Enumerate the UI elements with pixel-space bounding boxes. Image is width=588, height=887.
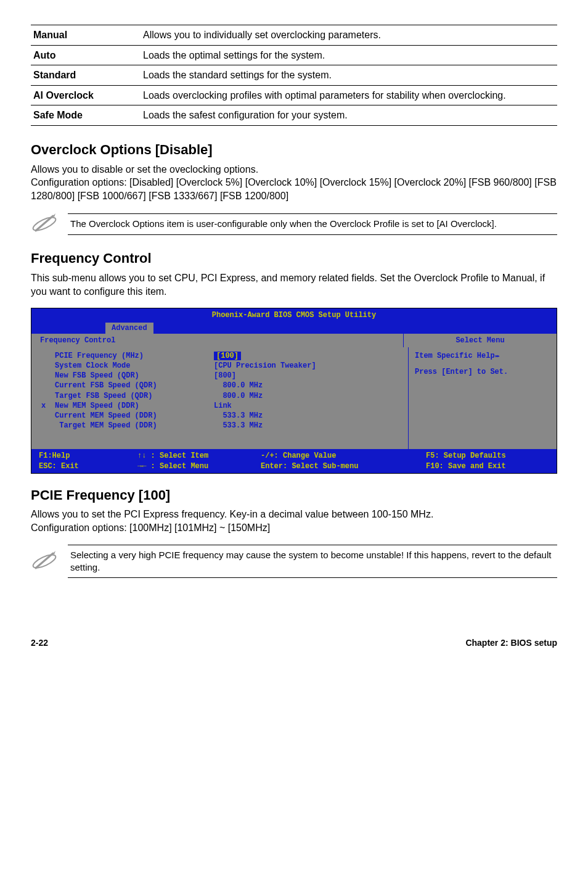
overclock-options-desc: Allows you to disable or set the ovecloc… — [31, 163, 557, 203]
overclock-options-line1: Allows you to disable or set the ovecloc… — [31, 164, 258, 175]
bios-row-value: 800.0 MHz — [211, 381, 358, 390]
pcie-frequency-line2: Configuration options: [100MHz] [101MHz]… — [31, 522, 270, 533]
option-desc: Loads overclocking profiles with optimal… — [141, 85, 557, 105]
bios-key-enter: Enter: Select Sub-menu — [261, 461, 426, 471]
pcie-frequency-line1: Allows you to set the PCI Express freque… — [31, 509, 433, 519]
bios-key-select-menu: →← : Select Menu — [137, 461, 261, 471]
bios-help-title: Item Specific Help — [415, 352, 495, 360]
bios-key-exit: ESC: Exit — [39, 461, 137, 471]
bios-row-value: [100] — [211, 351, 358, 361]
bios-row-mark — [39, 421, 52, 431]
bios-row-label: New MEM Speed (DDR) — [52, 401, 211, 411]
pcie-frequency-desc: Allows you to set the PCI Express freque… — [31, 508, 557, 534]
pcie-frequency-note-text: Selecting a very high PCIE frequency may… — [68, 545, 557, 579]
bios-row-label: Target FSB Speed (QDR) — [52, 391, 211, 401]
bios-row-label: Current MEM Speed (DDR) — [52, 411, 211, 421]
bios-key-defaults: F5: Setup Defaults — [426, 451, 549, 461]
option-key: Manual — [31, 25, 141, 46]
bios-row-mark — [39, 411, 52, 421]
bios-row[interactable]: xNew MEM Speed (DDR)Link — [39, 401, 358, 411]
bios-row[interactable]: Current MEM Speed (DDR) 533.3 MHz — [39, 411, 358, 421]
option-desc: Loads the standard settings for the syst… — [141, 65, 557, 86]
overclock-profile-table: ManualAllows you to individually set ove… — [31, 25, 557, 126]
bios-row-value: 533.3 MHz — [211, 421, 358, 431]
option-key: AI Overclock — [31, 85, 141, 105]
bios-row-label: New FSB Speed (QDR) — [52, 371, 211, 381]
bios-tab-advanced[interactable]: Advanced — [105, 323, 153, 334]
bios-row[interactable]: New FSB Speed (QDR)[800] — [39, 371, 358, 381]
bios-row-label: Current FSB Speed (QDR) — [52, 381, 211, 390]
bios-row-mark — [39, 361, 52, 371]
bios-key-change: -/+: Change Value — [261, 451, 426, 461]
option-row: AI OverclockLoads overclocking profiles … — [31, 85, 557, 105]
page-footer: 2-22 Chapter 2: BIOS setup — [31, 633, 557, 649]
chapter-title: Chapter 2: BIOS setup — [465, 637, 557, 649]
overclock-options-note: The Overclock Options item is user-confi… — [31, 212, 557, 236]
overclock-options-line2: Configuration options: [Disabled] [Overc… — [31, 177, 557, 201]
overclock-options-heading: Overclock Options [Disable] — [31, 141, 557, 159]
bios-row-value: [CPU Precision Tweaker] — [211, 361, 358, 371]
bios-row[interactable]: PCIE Frequency (MHz)[100] — [39, 351, 358, 361]
option-desc: Loads the optimal settings for the syste… — [141, 45, 557, 65]
bios-key-save: F10: Save and Exit — [426, 461, 549, 471]
option-row: AutoLoads the optimal settings for the s… — [31, 45, 557, 65]
bios-settings-pane[interactable]: PCIE Frequency (MHz)[100]System Clock Mo… — [31, 347, 409, 450]
frequency-control-desc: This sub-menu allows you to set CPU, PCI… — [31, 271, 557, 298]
option-row: StandardLoads the standard settings for … — [31, 65, 557, 86]
bios-row-mark: x — [39, 401, 52, 411]
bios-row-label: Target MEM Speed (DDR) — [52, 421, 211, 431]
overclock-options-note-text: The Overclock Options item is user-confi… — [68, 213, 557, 234]
bios-footer: F1:Help ESC: Exit ↑↓ : Select Item →← : … — [31, 449, 557, 472]
bios-row[interactable]: Current FSB Speed (QDR) 800.0 MHz — [39, 381, 358, 390]
pcie-frequency-heading: PCIE Frequency [100] — [31, 486, 557, 505]
option-key: Auto — [31, 45, 141, 65]
bios-row-value: Link — [211, 401, 358, 411]
option-key: Standard — [31, 65, 141, 86]
bios-row-mark — [39, 351, 52, 361]
bios-row-label: System Clock Mode — [52, 361, 211, 371]
bios-row-mark — [39, 391, 52, 401]
bios-key-help: F1:Help — [39, 451, 137, 461]
option-row: Safe ModeLoads the safest configuration … — [31, 105, 557, 126]
bios-tabs: Advanced — [31, 323, 557, 334]
bios-row[interactable]: System Clock Mode[CPU Precision Tweaker] — [39, 361, 358, 371]
bios-row-value: 533.3 MHz — [211, 411, 358, 421]
bios-row-value: [800] — [211, 371, 358, 381]
bios-title: Phoenix-Award BIOS CMOS Setup Utility — [31, 308, 557, 322]
bios-help-text: Press [Enter] to Set. — [415, 367, 550, 377]
option-key: Safe Mode — [31, 105, 141, 126]
note-icon — [31, 550, 68, 573]
option-desc: Allows you to individually set overclock… — [141, 25, 557, 46]
bios-help-pane: Item Specific Help Press [Enter] to Set. — [409, 347, 557, 450]
bios-row[interactable]: Target FSB Speed (QDR) 800.0 MHz — [39, 391, 358, 401]
note-icon — [31, 212, 68, 236]
bios-row-value: 800.0 MHz — [211, 391, 358, 401]
bios-row-mark — [39, 371, 52, 381]
bios-row[interactable]: Target MEM Speed (DDR) 533.3 MHz — [39, 421, 358, 431]
bios-window: Phoenix-Award BIOS CMOS Setup Utility Ad… — [31, 308, 557, 473]
pcie-frequency-note: Selecting a very high PCIE frequency may… — [31, 545, 557, 579]
option-row: ManualAllows you to individually set ove… — [31, 25, 557, 46]
option-desc: Loads the safest configuration for your … — [141, 105, 557, 126]
bios-section-title: Frequency Control — [31, 334, 404, 347]
bios-row-mark — [39, 381, 52, 390]
page-number: 2-22 — [31, 637, 48, 649]
bios-key-select-item: ↑↓ : Select Item — [137, 451, 261, 461]
bios-row-label: PCIE Frequency (MHz) — [52, 351, 211, 361]
frequency-control-heading: Frequency Control — [31, 249, 557, 268]
bios-select-menu-header: Select Menu — [404, 334, 557, 347]
